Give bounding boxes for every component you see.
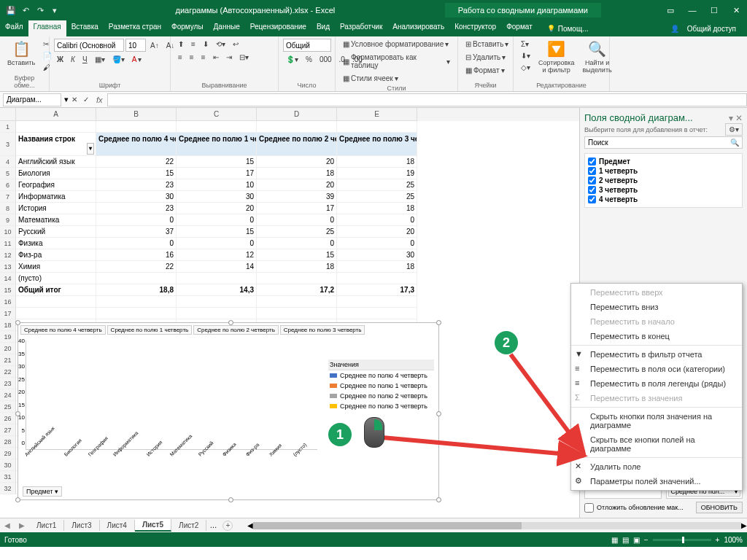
ribbon-options-icon[interactable]: ▭ [659,0,681,20]
cell-styles-button[interactable]: ▦ Стили ячеек ▾ [340,73,401,84]
italic-button[interactable]: К [68,54,78,65]
sheet-tab[interactable]: Лист4 [100,520,135,531]
fx-icon[interactable]: fx [96,96,103,104]
clear-icon[interactable]: ◇▾ [518,62,533,73]
tab-formulas[interactable]: Формулы [166,20,209,36]
sheet-tab[interactable]: Лист1 [29,520,64,531]
maximize-icon[interactable]: ☐ [703,0,725,20]
view-pagebreak-icon[interactable]: ▣ [633,536,640,544]
cancel-formula-icon[interactable]: ✕ [69,94,80,105]
bold-button[interactable]: Ж [54,54,66,65]
merge-icon[interactable]: ⊟▾ [236,52,252,63]
sort-filter-button[interactable]: 🔽Сортировка и фильтр [535,39,577,75]
col-header[interactable]: D [257,108,337,121]
align-top-icon[interactable]: ⬆ [175,39,187,50]
field-checkbox[interactable]: Предмет [588,157,739,166]
menu-move-end[interactable]: Переместить в конец [571,329,742,343]
tab-home[interactable]: Главная [28,20,66,36]
chart-axis-button[interactable]: Предмет ▾ [23,486,62,497]
sheet-nav-prev-icon[interactable]: ◀ [0,521,15,529]
field-checkbox[interactable]: 4 четверть [588,195,739,204]
tab-file[interactable]: Файл [0,20,28,36]
font-color-icon[interactable]: A▾ [129,54,145,65]
tab-layout[interactable]: Разметка стран [104,20,166,36]
update-button[interactable]: ОБНОВИТЬ [696,502,743,513]
col-header[interactable]: B [96,108,177,121]
font-name-select[interactable] [54,39,124,52]
tab-data[interactable]: Данные [209,20,245,36]
field-checkbox[interactable]: 3 четверть [588,185,739,195]
tab-view[interactable]: Вид [311,20,335,36]
inc-indent-icon[interactable]: ⇥ [223,52,235,63]
tab-review[interactable]: Рецензирование [245,20,311,36]
align-middle-icon[interactable]: ≡ [188,39,198,50]
fields-search-input[interactable]: Поиск [584,136,743,149]
sheet-tab[interactable]: Лист5 [135,519,171,532]
tab-developer[interactable]: Разработчик [335,20,387,36]
insert-cells-button[interactable]: ⊞ Вставить ▾ [462,39,511,50]
number-format-select[interactable] [283,39,331,52]
hscroll-right-icon[interactable]: ▶ [741,521,747,529]
align-center-icon[interactable]: ≡ [187,52,197,63]
align-right-icon[interactable]: ≡ [198,52,209,63]
align-left-icon[interactable]: ≡ [175,52,185,63]
border-icon[interactable]: ▦▾ [92,54,108,65]
qat-more-icon[interactable]: ▾ [48,4,61,17]
field-checkbox[interactable]: 2 четверть [588,176,739,185]
share-button[interactable]: 👤 Общий доступ [665,20,747,36]
view-normal-icon[interactable]: ▦ [611,536,618,544]
select-all-corner[interactable] [0,108,16,121]
comma-icon[interactable]: 000 [317,54,335,65]
view-pagelayout-icon[interactable]: ▤ [622,536,629,544]
fill-icon[interactable]: ⬇▾ [518,50,533,61]
field-checkbox[interactable]: 1 четверть [588,166,739,176]
menu-value-field-settings[interactable]: ⚙Параметры полей значений... [571,474,742,489]
pivot-row-label-header[interactable]: Названия строк [16,133,96,156]
zoom-level[interactable]: 100% [724,536,743,544]
close-icon[interactable]: ✕ [725,0,747,20]
format-as-table-button[interactable]: ▦ Форматировать как таблицу ▾ [340,52,453,71]
conditional-format-button[interactable]: ▦ Условное форматирование ▾ [340,39,452,50]
orientation-icon[interactable]: ⟲▾ [213,39,228,50]
tab-analyze[interactable]: Анализировать [387,20,449,36]
hscroll-left-icon[interactable]: ◀ [247,521,253,529]
zoom-in-icon[interactable]: + [716,536,720,544]
format-cells-button[interactable]: ▦ Формат ▾ [462,65,508,76]
menu-move-down[interactable]: Переместить вниз [571,300,742,314]
autosum-icon[interactable]: Σ▾ [518,39,533,50]
align-bottom-icon[interactable]: ⬇ [200,39,212,50]
tab-design[interactable]: Конструктор [449,20,501,36]
zoom-out-icon[interactable]: − [644,536,649,544]
defer-update-checkbox[interactable] [584,503,594,513]
delete-cells-button[interactable]: ⊟ Удалить ▾ [462,52,508,63]
sheet-tab[interactable]: Лист2 [171,520,206,531]
wrap-text-icon[interactable]: ↩ [230,39,241,50]
grow-font-icon[interactable]: A↑ [147,39,162,52]
new-sheet-button[interactable]: + [222,521,233,531]
fill-color-icon[interactable]: 🪣▾ [109,54,128,65]
find-select-button[interactable]: 🔍Найти и выделить [579,39,614,75]
pane-gear-icon[interactable]: ⚙▾ [725,123,743,136]
formula-input[interactable] [107,93,747,106]
percent-icon[interactable]: % [303,54,315,65]
sheet-tab[interactable]: Лист3 [64,520,99,531]
save-icon[interactable]: 💾 [4,4,18,17]
dec-indent-icon[interactable]: ⇤ [210,52,222,63]
pane-close-icon[interactable]: ▾ ✕ [729,113,743,123]
col-header[interactable]: E [337,108,417,121]
sheet-more-icon[interactable]: … [206,521,220,529]
horizontal-scrollbar[interactable] [253,522,741,529]
tab-insert[interactable]: Вставка [66,20,104,36]
minimize-icon[interactable]: — [681,0,703,20]
redo-icon[interactable]: ↷ [34,4,47,17]
currency-icon[interactable]: 💲▾ [283,54,301,65]
undo-icon[interactable]: ↶ [19,4,32,17]
accept-formula-icon[interactable]: ✓ [80,94,92,105]
sheet-nav-next-icon[interactable]: ▶ [15,521,29,529]
font-size-select[interactable] [125,39,146,52]
col-header[interactable]: C [177,108,257,121]
zoom-slider[interactable] [653,539,711,541]
tell-me-input[interactable]: Помощ... [542,20,594,36]
underline-button[interactable]: Ч [80,54,90,65]
paste-button[interactable]: 📋Вставить [4,39,38,68]
